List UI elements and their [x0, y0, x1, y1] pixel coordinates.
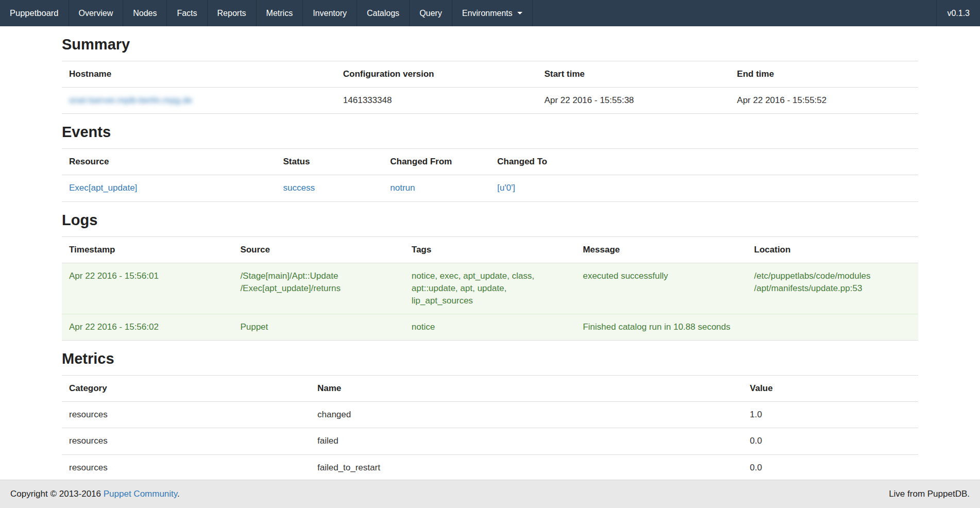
metric-name-cell: changed — [310, 402, 742, 428]
metric-category-cell: resources — [62, 428, 310, 454]
nav-nodes[interactable]: Nodes — [123, 0, 167, 26]
summary-header-config-version: Configuration version — [336, 61, 537, 88]
nav-facts[interactable]: Facts — [167, 0, 207, 26]
puppet-community-link[interactable]: Puppet Community — [104, 489, 177, 499]
nav-catalogs[interactable]: Catalogs — [357, 0, 410, 26]
log-source-cell: Puppet — [233, 314, 404, 341]
logs-header-message: Message — [576, 236, 747, 263]
logs-heading: Logs — [62, 212, 918, 229]
metric-row: resources failed 0.0 — [62, 428, 918, 454]
config-version-cell: 1461333348 — [336, 88, 537, 114]
metric-name-cell: failed — [310, 428, 742, 454]
events-header-changed-from: Changed From — [383, 149, 490, 175]
summary-header-start-time: Start time — [537, 61, 730, 88]
nav-environments-dropdown[interactable]: Environments — [452, 0, 533, 26]
log-row: Apr 22 2016 - 15:56:01 /Stage[main]/Apt:… — [62, 263, 918, 314]
event-changed-from-link[interactable]: notrun — [390, 183, 415, 193]
metric-row: resources changed 1.0 — [62, 402, 918, 428]
nav-metrics[interactable]: Metrics — [257, 0, 303, 26]
nav-query[interactable]: Query — [410, 0, 452, 26]
start-time-cell: Apr 22 2016 - 15:55:38 — [537, 88, 730, 114]
events-table: Resource Status Changed From Changed To … — [62, 148, 918, 201]
nav-environments-label: Environments — [462, 9, 513, 18]
logs-table: Timestamp Source Tags Message Location A… — [62, 236, 918, 341]
event-changed-to-link[interactable]: [u'0'] — [497, 183, 515, 193]
summary-header-row: Hostname Configuration version Start tim… — [62, 61, 918, 88]
event-changed-from-cell: notrun — [383, 175, 490, 201]
logs-header-row: Timestamp Source Tags Message Location — [62, 236, 918, 263]
summary-header-end-time: End time — [730, 61, 918, 88]
puppetdb-status: Live from PuppetDB. — [889, 489, 970, 499]
events-heading: Events — [62, 124, 918, 141]
logs-header-source: Source — [233, 236, 404, 263]
hostname-link[interactable]: snat-tserver.mpib-berlin.mpg.de — [69, 95, 192, 105]
event-status-link[interactable]: success — [283, 183, 315, 193]
main-content: Summary Hostname Configuration version S… — [62, 36, 918, 481]
metrics-header-name: Name — [310, 376, 742, 402]
metric-value-cell: 1.0 — [742, 402, 918, 428]
event-resource-link[interactable]: Exec[apt_update] — [69, 183, 137, 193]
events-header-row: Resource Status Changed From Changed To — [62, 149, 918, 175]
footer-copyright: Copyright © 2013-2016 Puppet Community. — [10, 489, 180, 499]
nav-inventory[interactable]: Inventory — [303, 0, 357, 26]
log-tags-cell: notice — [404, 314, 576, 341]
footer: Copyright © 2013-2016 Puppet Community. … — [0, 480, 980, 508]
metrics-header-category: Category — [62, 376, 310, 402]
log-source-cell: /Stage[main]/Apt::Update /Exec[apt_updat… — [233, 263, 404, 314]
summary-row: snat-tserver.mpib-berlin.mpg.de 14613333… — [62, 88, 918, 114]
log-location-cell — [747, 314, 918, 341]
logs-header-location: Location — [747, 236, 918, 263]
metric-row: resources failed_to_restart 0.0 — [62, 454, 918, 481]
logs-header-tags: Tags — [404, 236, 576, 263]
metric-name-cell: failed_to_restart — [310, 454, 742, 481]
event-status-cell: success — [276, 175, 383, 201]
log-timestamp-cell: Apr 22 2016 - 15:56:02 — [62, 314, 233, 341]
log-tags-cell: notice, exec, apt_update, class, apt::up… — [404, 263, 576, 314]
metric-category-cell: resources — [62, 402, 310, 428]
metrics-header-value: Value — [742, 376, 918, 402]
events-header-resource: Resource — [62, 149, 276, 175]
metrics-heading: Metrics — [62, 350, 918, 367]
metric-value-cell: 0.0 — [742, 428, 918, 454]
summary-heading: Summary — [62, 36, 918, 53]
log-message-cell: executed successfully — [576, 263, 747, 314]
hostname-cell: snat-tserver.mpib-berlin.mpg.de — [62, 88, 336, 114]
events-header-changed-to: Changed To — [490, 149, 918, 175]
event-changed-to-cell: [u'0'] — [490, 175, 918, 201]
navbar-spacer — [533, 0, 937, 26]
event-row: Exec[apt_update] success notrun [u'0'] — [62, 175, 918, 201]
metric-value-cell: 0.0 — [742, 454, 918, 481]
metric-category-cell: resources — [62, 454, 310, 481]
nav-overview[interactable]: Overview — [69, 0, 124, 26]
logs-header-timestamp: Timestamp — [62, 236, 233, 263]
metrics-header-row: Category Name Value — [62, 376, 918, 402]
log-location-cell: /etc/puppetlabs/code/modules /apt/manife… — [747, 263, 918, 314]
summary-table: Hostname Configuration version Start tim… — [62, 61, 918, 114]
version-label: v0.1.3 — [936, 0, 980, 26]
chevron-down-icon — [517, 12, 522, 14]
log-timestamp-cell: Apr 22 2016 - 15:56:01 — [62, 263, 233, 314]
log-row: Apr 22 2016 - 15:56:02 Puppet notice Fin… — [62, 314, 918, 341]
events-header-status: Status — [276, 149, 383, 175]
end-time-cell: Apr 22 2016 - 15:55:52 — [730, 88, 918, 114]
summary-header-hostname: Hostname — [62, 61, 336, 88]
event-resource-cell: Exec[apt_update] — [62, 175, 276, 201]
metrics-table: Category Name Value resources changed 1.… — [62, 375, 918, 481]
nav-reports[interactable]: Reports — [208, 0, 257, 26]
navbar: Puppetboard Overview Nodes Facts Reports… — [0, 0, 980, 26]
brand-puppetboard[interactable]: Puppetboard — [0, 0, 69, 26]
copyright-text: Copyright © 2013-2016 — [10, 489, 104, 499]
copyright-period: . — [177, 489, 180, 499]
log-message-cell: Finished catalog run in 10.88 seconds — [576, 314, 747, 341]
